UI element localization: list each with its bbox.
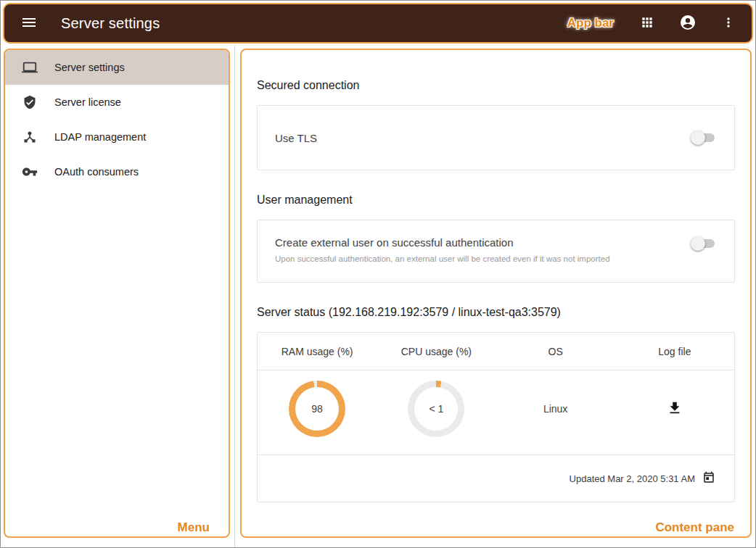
secured-connection-heading: Secured connection xyxy=(257,79,735,92)
sidebar-item-oauth-consumers[interactable]: OAuth consumers xyxy=(5,154,229,189)
refresh-status-button[interactable] xyxy=(702,471,715,486)
create-external-user-toggle[interactable] xyxy=(691,236,717,251)
status-table-row: 98 < 1 Linux xyxy=(258,370,734,455)
sidebar-item-label: Server license xyxy=(54,96,121,108)
more-options-button[interactable] xyxy=(718,12,739,35)
os-value: Linux xyxy=(496,403,615,415)
user-management-heading: User management xyxy=(257,194,735,207)
content-inner: Secured connection Use TLS User manageme… xyxy=(242,79,750,502)
body-area: Server settings Server license LDAP mana… xyxy=(1,46,755,547)
sidebar-item-ldap-management[interactable]: LDAP management xyxy=(5,120,229,154)
col-log-file: Log file xyxy=(615,346,734,357)
sidebar-divider xyxy=(234,46,235,547)
sidebar-item-server-license[interactable]: Server license xyxy=(5,85,229,120)
server-status-heading: Server status (192.168.219.192:3579 / li… xyxy=(257,306,735,319)
updated-timestamp: Updated Mar 2, 2020 5:31 AM xyxy=(570,473,695,484)
server-status-card: RAM usage (%) CPU usage (%) OS Log file … xyxy=(257,332,735,502)
create-external-user-label: Create external user on successful authe… xyxy=(275,236,610,249)
toggle-thumb xyxy=(691,130,705,145)
status-footer: Updated Mar 2, 2020 5:31 AM xyxy=(258,455,734,502)
use-tls-label: Use TLS xyxy=(275,132,317,144)
use-tls-row: Use TLS xyxy=(258,106,734,170)
content-pane: Secured connection Use TLS User manageme… xyxy=(240,49,752,538)
sidebar-item-label: OAuth consumers xyxy=(54,166,139,178)
apps-grid-icon xyxy=(640,15,654,32)
annotation-menu: Menu xyxy=(178,520,210,535)
hamburger-menu-button[interactable] xyxy=(17,11,41,36)
hub-icon xyxy=(21,128,38,146)
sidebar-item-label: LDAP management xyxy=(54,131,146,143)
app-bar-actions xyxy=(637,11,739,36)
screen: Server settings App bar xyxy=(0,0,756,548)
download-icon xyxy=(667,407,683,418)
user-management-card: Create external user on successful authe… xyxy=(257,220,735,283)
more-vert-icon xyxy=(721,15,736,32)
sidebar-item-server-settings[interactable]: Server settings xyxy=(5,50,229,85)
status-table-header: RAM usage (%) CPU usage (%) OS Log file xyxy=(258,333,734,370)
calendar-icon xyxy=(702,471,715,486)
create-external-user-text: Create external user on successful authe… xyxy=(275,236,610,263)
laptop-icon xyxy=(21,59,38,76)
col-os: OS xyxy=(496,346,615,357)
key-icon xyxy=(21,163,38,180)
account-icon xyxy=(679,14,697,33)
page-title: Server settings xyxy=(61,15,160,32)
secured-connection-card: Use TLS xyxy=(257,105,735,170)
create-external-user-row: Create external user on successful authe… xyxy=(258,220,734,282)
cpu-usage-value: < 1 xyxy=(414,387,458,431)
shield-icon xyxy=(21,94,38,111)
ram-usage-gauge: 98 xyxy=(289,381,345,437)
download-log-button[interactable] xyxy=(667,400,683,418)
app-bar: Server settings App bar xyxy=(3,3,753,43)
annotation-content-pane: Content pane xyxy=(655,520,734,535)
col-cpu-usage: CPU usage (%) xyxy=(377,346,496,357)
sidebar-menu: Server settings Server license LDAP mana… xyxy=(4,49,230,538)
toggle-thumb xyxy=(691,236,705,251)
menu-icon xyxy=(20,14,38,33)
sidebar-item-label: Server settings xyxy=(54,62,125,73)
account-button[interactable] xyxy=(676,11,699,36)
create-external-user-hint: Upon successful authentication, an exter… xyxy=(275,254,610,263)
col-ram-usage: RAM usage (%) xyxy=(258,346,377,357)
use-tls-toggle[interactable] xyxy=(691,130,717,145)
apps-grid-button[interactable] xyxy=(637,12,657,35)
annotation-app-bar: App bar xyxy=(567,16,614,30)
ram-usage-value: 98 xyxy=(295,387,339,431)
cpu-usage-gauge: < 1 xyxy=(408,381,464,437)
